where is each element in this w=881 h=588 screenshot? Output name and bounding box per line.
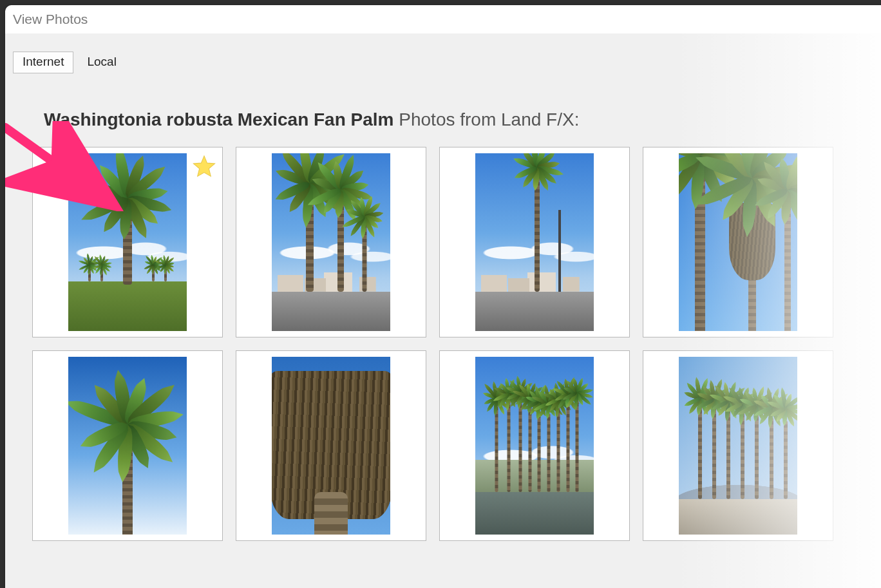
photo-thumbnail[interactable]: [236, 350, 426, 541]
tab-internet[interactable]: Internet: [13, 52, 73, 73]
tab-local[interactable]: Local: [77, 52, 126, 73]
photo-thumbnail[interactable]: [643, 147, 833, 337]
photo-grid: [5, 135, 881, 546]
photo-image: [272, 357, 390, 535]
view-photos-window: View Photos Internet Local Washingtonia …: [5, 5, 881, 588]
photo-image: [68, 357, 187, 535]
photo-image: [679, 153, 797, 331]
gallery-heading: Washingtonia robusta Mexican Fan Palm Ph…: [5, 73, 881, 135]
photo-image: [475, 357, 594, 535]
photo-thumbnail[interactable]: [439, 350, 630, 541]
photo-thumbnail[interactable]: [643, 350, 833, 541]
photo-image: [68, 153, 187, 331]
photo-thumbnail[interactable]: [32, 350, 223, 541]
photo-image: [475, 153, 594, 331]
photo-image: [679, 357, 797, 535]
photo-thumbnail[interactable]: [32, 147, 223, 337]
source-tabs: Internet Local: [5, 33, 881, 73]
favorite-star-icon: [190, 153, 218, 181]
titlebar: View Photos: [5, 5, 881, 33]
heading-plant-name: Washingtonia robusta Mexican Fan Palm: [44, 109, 394, 129]
window-title: View Photos: [13, 12, 88, 27]
heading-source: Photos from Land F/X:: [394, 109, 580, 129]
photo-thumbnail[interactable]: [236, 147, 426, 337]
photo-thumbnail[interactable]: [439, 147, 630, 337]
photo-image: [272, 153, 390, 331]
